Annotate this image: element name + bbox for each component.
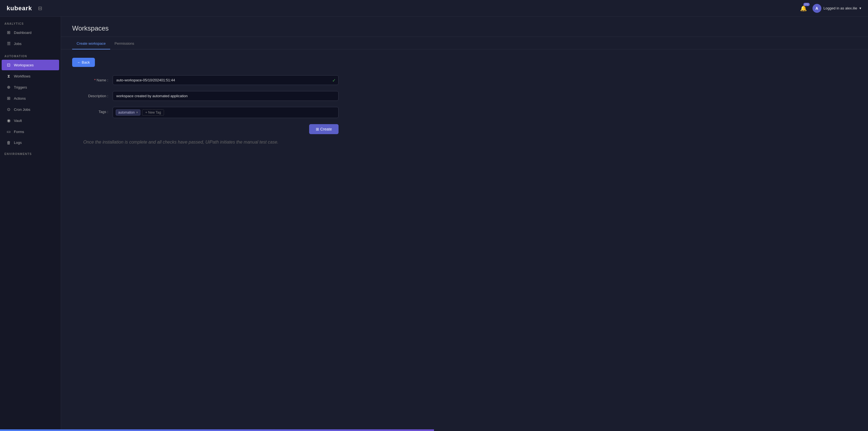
sidebar-item-label: Cron Jobs <box>14 108 30 112</box>
sidebar-item-workflows[interactable]: ⧗ Workflows <box>2 71 59 81</box>
workspaces-icon: ⊡ <box>6 62 11 67</box>
header-right: 🔔 272 A Logged in as alex.ilie ▾ <box>799 4 861 13</box>
description-row: Description : <box>72 91 339 101</box>
new-tag-button[interactable]: + New Tag <box>142 109 164 116</box>
actions-icon: ⊞ <box>6 96 11 101</box>
sidebar-item-vault[interactable]: ◉ Vault <box>2 115 59 126</box>
name-input[interactable] <box>113 75 339 85</box>
sidebar-item-label: Dashboard <box>14 31 32 35</box>
description-label: Description : <box>72 91 108 98</box>
sidebar-item-triggers[interactable]: ⊕ Triggers <box>2 82 59 92</box>
sidebar-item-label: Workflows <box>14 74 31 78</box>
description-field <box>113 91 339 101</box>
tags-row: Tags : automation × + New Tag <box>72 107 339 118</box>
sidebar-item-cron-jobs[interactable]: ⊙ Cron Jobs <box>2 104 59 115</box>
sidebar-item-label: Triggers <box>14 85 27 89</box>
tabs: Create workspace Permissions <box>61 38 868 50</box>
name-field: ✓ <box>113 75 339 85</box>
sidebar-item-dashboard[interactable]: ⊞ Dashboard <box>2 27 59 38</box>
sidebar-item-actions[interactable]: ⊞ Actions <box>2 93 59 104</box>
tags-field: automation × + New Tag <box>113 107 339 118</box>
header: kubeark ⊟ 🔔 272 A Logged in as alex.ilie… <box>0 0 868 17</box>
jobs-icon: ☰ <box>6 41 11 46</box>
tags-container: automation × + New Tag <box>113 107 339 118</box>
notification-button[interactable]: 🔔 272 <box>799 4 808 13</box>
chevron-down-icon: ▾ <box>859 6 861 10</box>
name-row: * Name : ✓ <box>72 75 339 85</box>
page-title: Workspaces <box>72 24 857 32</box>
sidebar-item-label: Jobs <box>14 42 21 46</box>
avatar: A <box>812 4 822 13</box>
name-label: * Name : <box>72 75 108 82</box>
dashboard-icon: ⊞ <box>6 30 11 35</box>
sidebar-item-logs[interactable]: 🗑 Logs <box>2 138 59 148</box>
bottom-watermark-text: Once the installation is complete and al… <box>72 134 857 150</box>
tab-permissions[interactable]: Permissions <box>110 38 139 50</box>
create-btn-row: ⊞ Create <box>72 124 339 134</box>
tag-remove-icon[interactable]: × <box>136 111 138 114</box>
name-input-wrapper: ✓ <box>113 75 339 85</box>
check-icon: ✓ <box>332 78 336 83</box>
sidebar-item-jobs[interactable]: ☰ Jobs <box>2 38 59 49</box>
logs-icon: 🗑 <box>6 140 11 145</box>
tag-automation: automation × <box>116 109 141 116</box>
page-header: Workspaces <box>61 17 868 37</box>
bottom-progress-bar <box>0 429 868 431</box>
cron-jobs-icon: ⊙ <box>6 107 11 112</box>
sidebar-item-forms[interactable]: ▭ Forms <box>2 126 59 137</box>
user-info[interactable]: A Logged in as alex.ilie ▾ <box>812 4 861 13</box>
required-star: * <box>94 78 95 82</box>
description-input[interactable] <box>113 91 339 101</box>
sidebar-item-label: Actions <box>14 96 26 100</box>
sidebar-automation-label: AUTOMATION <box>0 49 61 59</box>
content-area: Workspaces Create workspace Permissions … <box>61 17 868 429</box>
vault-icon: ◉ <box>6 118 11 123</box>
sidebar-toggle-icon[interactable]: ⊟ <box>36 4 44 13</box>
back-button[interactable]: ← Back <box>72 58 95 67</box>
sidebar-item-label: Forms <box>14 130 24 134</box>
sidebar-item-label: Logs <box>14 141 22 145</box>
notification-badge: 272 <box>803 3 810 6</box>
sidebar-item-workspaces[interactable]: ⊡ Workspaces <box>2 60 59 70</box>
triggers-icon: ⊕ <box>6 85 11 90</box>
tag-label: automation <box>118 111 134 114</box>
sidebar-item-label: Vault <box>14 119 22 123</box>
sidebar-analytics-label: ANALYTICS <box>0 17 61 27</box>
sidebar: ANALYTICS ⊞ Dashboard ☰ Jobs AUTOMATION … <box>0 17 61 429</box>
forms-icon: ▭ <box>6 129 11 134</box>
tab-create-workspace[interactable]: Create workspace <box>72 38 110 50</box>
tags-label: Tags : <box>72 107 108 114</box>
form-content: ← Back * Name : ✓ Description : <box>61 50 868 429</box>
logo: kubeark <box>7 5 32 12</box>
sidebar-item-label: Workspaces <box>14 63 34 67</box>
main-layout: ANALYTICS ⊞ Dashboard ☰ Jobs AUTOMATION … <box>0 17 868 429</box>
user-label: Logged in as alex.ilie <box>824 6 857 10</box>
sidebar-environments-label: ENVIRONMENTS <box>0 148 61 157</box>
workflows-icon: ⧗ <box>6 74 11 79</box>
create-button[interactable]: ⊞ Create <box>309 124 339 134</box>
